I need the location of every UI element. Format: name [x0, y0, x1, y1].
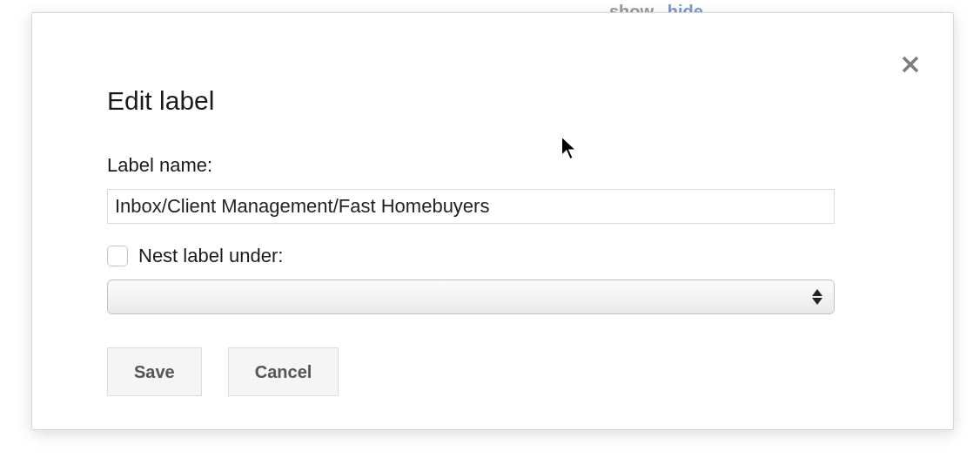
label-name-input[interactable]	[107, 189, 835, 224]
edit-label-dialog: Edit label Label name: Nest label under:…	[31, 12, 954, 430]
button-row: Save Cancel	[107, 347, 878, 396]
dialog-content: Edit label Label name: Nest label under:…	[32, 13, 953, 396]
close-button[interactable]	[897, 51, 923, 77]
label-name-label: Label name:	[107, 154, 878, 177]
dialog-title: Edit label	[107, 86, 878, 116]
nest-row: Nest label under:	[107, 245, 878, 267]
nest-select-wrap	[107, 280, 835, 314]
nest-parent-select[interactable]	[107, 280, 835, 314]
nest-label: Nest label under:	[138, 245, 283, 267]
cancel-button[interactable]: Cancel	[228, 347, 339, 396]
close-icon	[900, 54, 921, 75]
save-button[interactable]: Save	[107, 347, 202, 396]
nest-checkbox[interactable]	[107, 246, 128, 266]
